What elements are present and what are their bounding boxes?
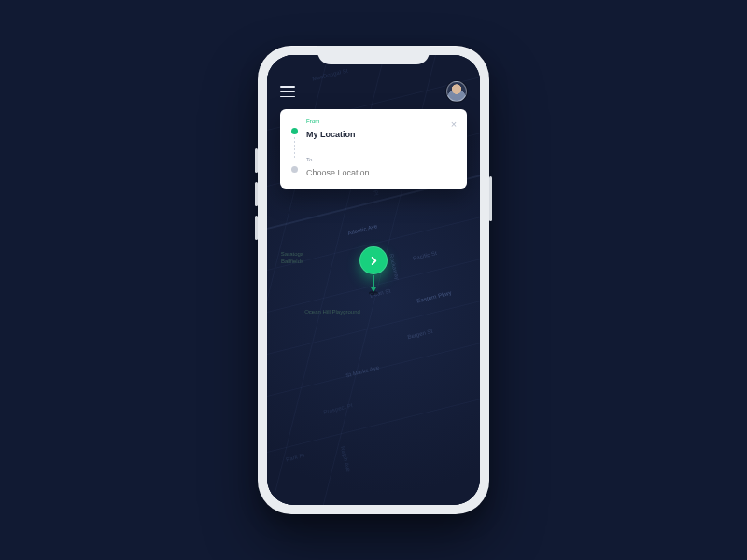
street-label: Ralph Ave: [340, 446, 352, 473]
device-notch: [317, 46, 430, 64]
top-bar: [267, 81, 480, 102]
street-label: Eastern Pkwy: [416, 289, 452, 303]
street-label: Park Pl: [286, 453, 305, 463]
pin-shadow: [369, 291, 378, 295]
map-road: [267, 333, 480, 406]
route-card: × From To: [280, 109, 467, 189]
street-label: MacDougal St: [312, 67, 348, 81]
profile-avatar[interactable]: [446, 81, 467, 102]
street-label: Pacific St: [413, 250, 438, 261]
poi-label: Saratoga Ballfields: [269, 251, 316, 265]
chevron-right-icon: [370, 252, 378, 269]
app-screen: MacDougal St Marion St Sumpter Pl Herkim…: [267, 55, 480, 505]
destination-dot-icon: [291, 166, 298, 173]
menu-button[interactable]: [280, 86, 295, 97]
pin-stem: [374, 275, 374, 288]
phone-device-frame: MacDougal St Marion St Sumpter Pl Herkim…: [258, 46, 489, 514]
from-input[interactable]: [306, 130, 458, 139]
to-input[interactable]: [306, 168, 458, 177]
street-label: Prospect Pl: [323, 402, 354, 415]
to-label: To: [306, 157, 458, 162]
from-label: From: [306, 119, 458, 124]
street-label: Bergen St: [407, 329, 433, 341]
divider: [306, 147, 458, 147]
street-label: St Marks Ave: [345, 365, 380, 379]
to-row: To: [289, 157, 458, 179]
from-row: From: [289, 119, 458, 147]
map-road: [267, 291, 480, 364]
go-button[interactable]: [359, 246, 388, 274]
current-location-pin: [359, 246, 388, 295]
map-road: [267, 389, 480, 462]
poi-label: Ocean Hill Playground: [304, 309, 360, 316]
street-label: Atlantic Ave: [347, 223, 378, 236]
street-label: Rockaway: [388, 253, 401, 280]
origin-dot-icon: [291, 128, 298, 134]
hamburger-icon: [280, 86, 295, 88]
